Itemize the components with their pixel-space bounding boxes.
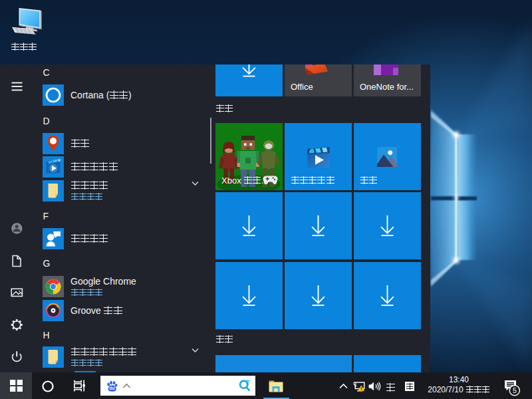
svg-text:5: 5 — [513, 386, 517, 394]
svg-text:du: du — [110, 385, 115, 390]
